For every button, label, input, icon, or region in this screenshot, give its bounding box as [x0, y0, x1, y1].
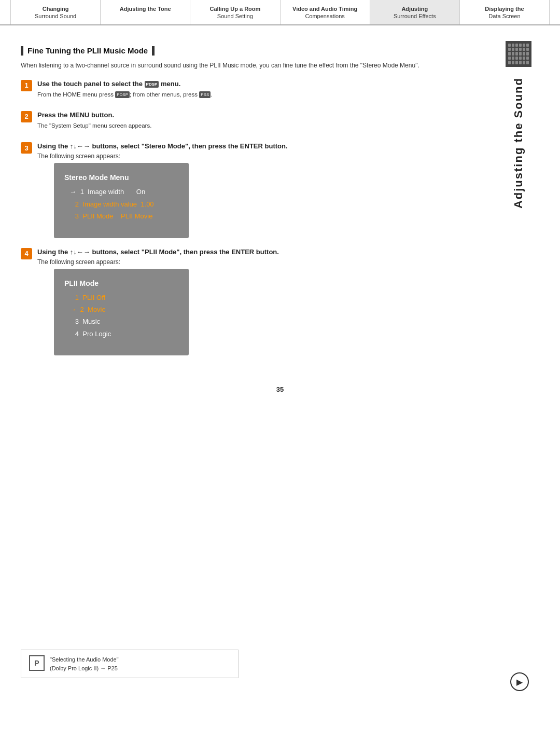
right-sidebar: Adjusting the Sound [498, 41, 539, 365]
step-number-3: 3 [21, 142, 32, 154]
screen-4-title: PLII Mode [64, 279, 178, 287]
vertical-title: Adjusting the Sound [512, 77, 525, 209]
step-number-4: 4 [21, 248, 32, 259]
main-content: Fine Tuning the PLII Music Mode When lis… [0, 25, 560, 381]
screen-3-item-1: → 1 Image width On [64, 186, 178, 198]
screen-4-item-3: 3 Music [64, 315, 178, 327]
footer-note: P "Selecting the Audio Mode" (Dolby Pro … [21, 650, 239, 678]
screen-4-item-2: → 2 Movie [64, 304, 178, 315]
screen-mockup-4: PLII Mode 1 PLII Off → 2 Movie 3 Music [54, 269, 189, 356]
tab-changing-surround[interactable]: Changing Surround Sound [10, 0, 101, 24]
screen-4-item-1: 1 PLII Off [64, 292, 178, 304]
step-number-1: 1 [21, 80, 32, 91]
tab-displaying-data[interactable]: Displaying the Data Screen [460, 0, 550, 24]
heading-bar-left [21, 46, 23, 56]
arrow-icon-2: → [69, 306, 76, 313]
footer-note-subtitle: (Dolby Pro Logic II) → P25 [50, 664, 119, 673]
footer-icon: P [29, 655, 45, 671]
step-4: 4 Using the ↑↓←→ buttons, select "PLII M… [21, 247, 487, 356]
tab-video-audio[interactable]: Video and Audio Timing Compensations [281, 0, 370, 24]
next-arrow-button[interactable]: ▶ [510, 672, 529, 691]
step-2-subtitle: The "System Setup" menu screen appears. [37, 121, 487, 130]
heading-bar-right [152, 46, 155, 56]
step-number-2: 2 [21, 111, 32, 122]
step-4-content: Using the ↑↓←→ buttons, select "PLII Mod… [37, 247, 487, 356]
step-3-title: Using the ↑↓←→ buttons, select "Stereo M… [37, 142, 487, 151]
tab-adjusting-surround[interactable]: Adjusting Surround Effects [370, 0, 460, 24]
steps-container: 1 Use the touch panel to select the PDSP… [21, 79, 487, 356]
pdsp-icon: PDSP [145, 81, 159, 88]
step-2-title: Press the MENU button. [37, 111, 487, 120]
screen-3-item-3: 3 PLII Mode PLII Movie [64, 210, 178, 222]
content-area: Fine Tuning the PLII Music Mode When lis… [21, 41, 498, 365]
step-4-title: Using the ↑↓←→ buttons, select "PLII Mod… [37, 247, 487, 257]
footer-note-title: "Selecting the Audio Mode" [50, 655, 119, 664]
step-3-following: The following screen appears: [37, 153, 487, 160]
footer-note-container: P "Selecting the Audio Mode" (Dolby Pro … [21, 650, 239, 678]
step-1-title: Use the touch panel to select the PDSP m… [37, 79, 487, 89]
screen-3-title: Stereo Mode Menu [64, 173, 178, 182]
section-title: Fine Tuning the PLII Music Mode [27, 46, 148, 55]
step-2: 2 Press the MENU button. The "System Set… [21, 111, 487, 132]
home-pdsp-icon: PDSP [115, 91, 130, 98]
footer-text: "Selecting the Audio Mode" (Dolby Pro Lo… [50, 655, 119, 672]
tab-adjusting-tone[interactable]: Adjusting the Tone [101, 0, 190, 24]
screen-mockup-3: Stereo Mode Menu → 1 Image width On 2 Im… [54, 163, 189, 238]
step-3: 3 Using the ↑↓←→ buttons, select "Stereo… [21, 142, 487, 238]
page-number: 35 [0, 380, 560, 404]
step-3-content: Using the ↑↓←→ buttons, select "Stereo M… [37, 142, 487, 238]
tab-bar: Changing Surround Sound Adjusting the To… [0, 0, 560, 25]
step-1: 1 Use the touch panel to select the PDSP… [21, 79, 487, 101]
section-heading: Fine Tuning the PLII Music Mode [21, 46, 487, 56]
pss-icon: PSS [199, 91, 211, 98]
tab-calling-room[interactable]: Calling Up a Room Sound Setting [190, 0, 280, 24]
arrow-icon-1: → [69, 188, 76, 196]
screen-4-item-4: 4 Pro Logic [64, 328, 178, 340]
intro-text: When listening to a two-channel source i… [21, 61, 487, 70]
step-1-subtitle: From the HOME menu press PDSP; from othe… [37, 90, 487, 99]
step-1-content: Use the touch panel to select the PDSP m… [37, 79, 487, 101]
grid-icon [506, 41, 531, 67]
step-2-content: Press the MENU button. The "System Setup… [37, 111, 487, 132]
screen-3-item-2: 2 Image width value 1.00 [64, 198, 178, 210]
step-4-following: The following screen appears: [37, 258, 487, 266]
